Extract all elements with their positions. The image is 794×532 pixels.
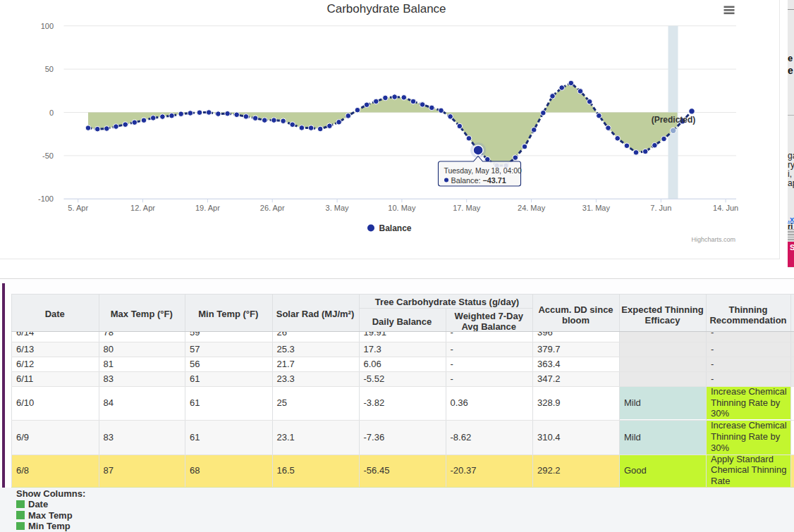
svg-text:14. Jun: 14. Jun (713, 204, 738, 212)
svg-text:Tuesday, May 18, 04:00: Tuesday, May 18, 04:00 (444, 167, 523, 175)
svg-text:10. May: 10. May (388, 204, 416, 212)
svg-text:50: 50 (45, 65, 54, 73)
svg-text:-100: -100 (38, 194, 54, 203)
svg-text:7. Jun: 7. Jun (650, 204, 671, 212)
svg-text:5. Apr: 5. Apr (68, 204, 88, 212)
svg-text:(Predicted): (Predicted) (652, 115, 696, 125)
svg-text:31. May: 31. May (582, 204, 611, 212)
svg-text:17. May: 17. May (453, 204, 481, 212)
svg-text:19. Apr: 19. Apr (195, 204, 220, 212)
svg-text:12. Apr: 12. Apr (130, 204, 155, 212)
svg-text:3. May: 3. May (326, 204, 350, 212)
svg-text:0: 0 (49, 109, 54, 117)
svg-text:Balance: Balance (379, 223, 412, 233)
svg-text:24. May: 24. May (518, 204, 546, 212)
svg-text:Highcharts.com: Highcharts.com (691, 236, 735, 243)
svg-text:-50: -50 (42, 151, 54, 160)
svg-text:Balance: −43.71: Balance: −43.71 (451, 176, 506, 185)
svg-text:100: 100 (41, 22, 54, 30)
svg-text:Carbohydrate Balance: Carbohydrate Balance (326, 2, 446, 16)
svg-text:26. Apr: 26. Apr (260, 204, 285, 212)
